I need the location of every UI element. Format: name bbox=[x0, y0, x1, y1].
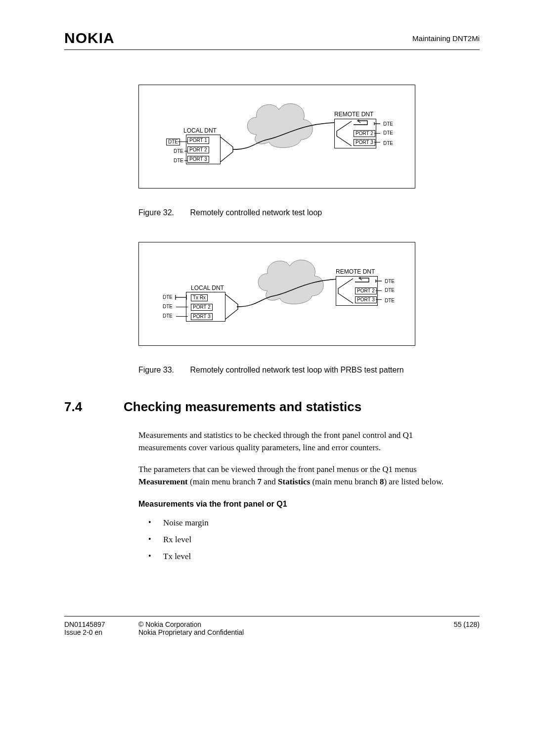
body-paragraph: The parameters that can be viewed throug… bbox=[138, 464, 455, 488]
figure-32-caption: Figure 32. Remotely controlled network t… bbox=[138, 208, 480, 217]
section-heading: 7.4 Checking measurements and statistics bbox=[64, 399, 480, 415]
remote-dnt-title: REMOTE DNT bbox=[336, 268, 375, 275]
connector-icon bbox=[174, 293, 188, 301]
port-label: PORT 2 bbox=[187, 146, 209, 153]
figure-caption-number: Figure 32. bbox=[138, 208, 188, 217]
port-label: PORT 2 bbox=[354, 130, 375, 137]
dte-label: DTE bbox=[163, 313, 173, 319]
doc-title: Maintaining DNT2Mi bbox=[412, 34, 480, 43]
port-label: PORT 3 bbox=[187, 156, 209, 163]
page-header: NOKIA Maintaining DNT2Mi bbox=[64, 30, 480, 50]
list-item: Tx level bbox=[148, 552, 480, 562]
loop-icon bbox=[353, 120, 382, 130]
port-label: PORT 3 bbox=[191, 313, 213, 320]
figure-caption-text: Remotely controlled network test loop wi… bbox=[190, 366, 403, 374]
remote-dnt-title: REMOTE DNT bbox=[334, 111, 373, 118]
port-label: PORT 3 bbox=[354, 139, 375, 146]
figure-33-caption: Figure 33. Remotely controlled network t… bbox=[138, 366, 480, 375]
port-label: PORT 3 bbox=[355, 296, 377, 303]
dte-label: DTE bbox=[163, 304, 173, 309]
footer-dn: DN01145897 bbox=[64, 620, 138, 628]
figure-33: LOCAL DNT Tx Rx DTE PORT 2 DTE PORT 3 DT… bbox=[138, 242, 480, 375]
footer-confidential: Nokia Proprietary and Confidential bbox=[138, 628, 440, 636]
port-label: PORT 2 bbox=[191, 304, 213, 311]
dte-label: DTE bbox=[383, 130, 393, 136]
dte-label: DTE bbox=[385, 279, 395, 284]
local-dnt-title: LOCAL DNT bbox=[191, 284, 224, 291]
dte-box: DTE bbox=[166, 139, 180, 145]
list-item: Rx level bbox=[148, 535, 480, 545]
dte-label: DTE bbox=[383, 141, 393, 146]
dte-label: DTE bbox=[383, 121, 393, 127]
subheading: Measurements via the front panel or Q1 bbox=[138, 498, 455, 510]
loop-icon bbox=[354, 277, 384, 287]
nokia-logo: NOKIA bbox=[64, 30, 115, 47]
section-title: Checking measurements and statistics bbox=[124, 399, 361, 415]
body-paragraph: Measurements and statistics to be checke… bbox=[138, 429, 455, 454]
footer-copyright: © Nokia Corporation bbox=[138, 620, 440, 628]
section-number: 7.4 bbox=[64, 399, 124, 415]
figure-caption-text: Remotely controlled network test loop bbox=[190, 208, 322, 217]
figure-caption-number: Figure 33. bbox=[138, 366, 188, 375]
dte-label: DTE bbox=[385, 287, 395, 293]
dte-label: DTE bbox=[163, 294, 173, 300]
txrx-label: Tx Rx bbox=[191, 294, 208, 301]
link-line bbox=[233, 115, 347, 164]
dte-label: DTE bbox=[174, 158, 183, 163]
local-dnt-title: LOCAL DNT bbox=[183, 127, 217, 134]
link-line bbox=[237, 271, 351, 321]
port-label: PORT 2 bbox=[355, 287, 377, 294]
dte-label: DTE bbox=[174, 148, 183, 154]
list-item: Noise margin bbox=[148, 518, 480, 528]
footer-page-number: 55 (128) bbox=[440, 620, 480, 628]
port-label: PORT 1 bbox=[187, 137, 209, 144]
bullet-list: Noise margin Rx level Tx level bbox=[138, 518, 480, 562]
page-footer: DN01145897 Issue 2-0 en © Nokia Corporat… bbox=[64, 616, 480, 636]
figure-33-diagram: LOCAL DNT Tx Rx DTE PORT 2 DTE PORT 3 DT… bbox=[138, 242, 415, 346]
footer-issue: Issue 2-0 en bbox=[64, 628, 138, 636]
figure-32: LOCAL DNT PORT 1 PORT 2 PORT 3 DTE DTE D… bbox=[138, 85, 480, 217]
dte-label: DTE bbox=[385, 298, 395, 303]
figure-32-diagram: LOCAL DNT PORT 1 PORT 2 PORT 3 DTE DTE D… bbox=[138, 85, 415, 189]
